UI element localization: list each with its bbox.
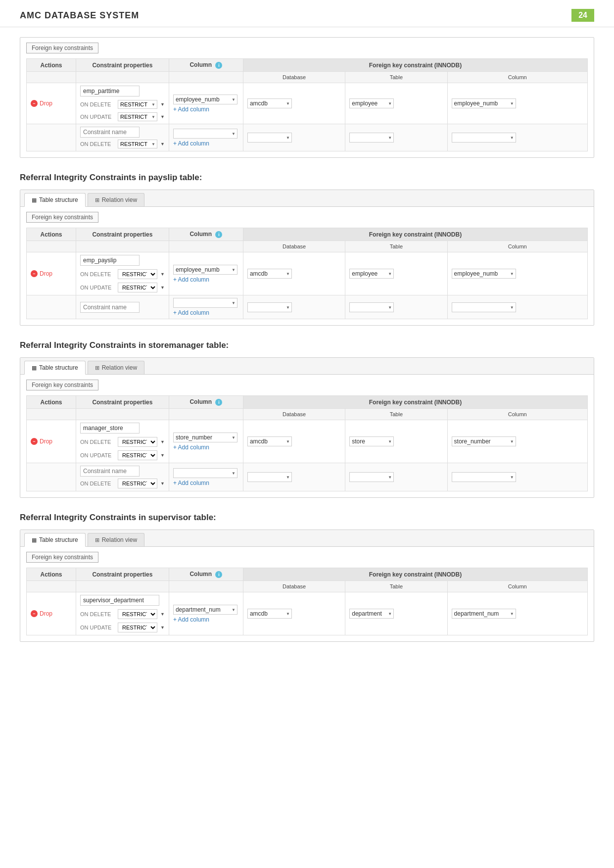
on-delete-select-2[interactable]: RESTRICT <box>118 269 157 279</box>
table-row: ON DELETE RESTRICT ▼ + Add column <box>27 463 588 491</box>
on-delete-row-1: ON DELETE RESTRICT CASCADE SET NULL NO A… <box>80 100 165 109</box>
cell-fktable-2-1: employee <box>345 252 447 295</box>
tab-table-label-4: Table structure <box>39 536 78 543</box>
fk-table-1: Actions Constraint properties Column i F… <box>26 58 588 151</box>
sub-th-2-database: Database <box>243 241 345 252</box>
constraint-name-input-3[interactable] <box>80 423 140 434</box>
sub-th-1-fkcolumn: Column <box>447 72 587 83</box>
panel-section3: ▦ Table structure ⊞ Relation view Foreig… <box>20 357 594 498</box>
drop-button-2[interactable]: − Drop <box>31 269 72 278</box>
fk-table-select-new-1[interactable] <box>349 133 394 143</box>
column-select-2[interactable]: employee_numb <box>173 265 237 275</box>
fk-table-select-3[interactable]: store <box>349 436 394 446</box>
fk-db-select-2[interactable]: amcdb <box>247 269 292 279</box>
column-info-icon-4[interactable]: i <box>215 571 222 578</box>
on-update-select-wrapper-1: RESTRICT CASCADE SET NULL NO ACTION <box>118 112 157 121</box>
column-select-1[interactable]: employee_numb <box>173 95 237 104</box>
table-row: − Drop ON DELETE RESTRICT ▼ <box>27 592 588 635</box>
constraint-name-input-new-1[interactable] <box>80 127 140 138</box>
fk-db-select-new-1[interactable] <box>247 133 292 143</box>
on-delete-arrow-1: ▼ <box>160 102 165 107</box>
cell-actions-2-1: − Drop <box>27 252 76 295</box>
on-update-select-3[interactable]: RESTRICT <box>118 450 157 460</box>
page-title: AMC DATABASE SYSTEM <box>20 10 139 21</box>
table-row: − Drop ON DELETE RESTRICT ▼ <box>27 252 588 295</box>
table-icon-3: ▦ <box>32 365 37 371</box>
on-delete-select-new-1[interactable]: RESTRICT <box>118 140 157 148</box>
add-column-link-1[interactable]: + Add column <box>173 106 209 113</box>
fk-table-select-1[interactable]: employee <box>349 98 394 108</box>
relation-icon-3: ⊞ <box>95 365 99 371</box>
tab-bar-2: ▦ Table structure ⊞ Relation view <box>20 190 594 207</box>
tab-relation-view-2[interactable]: ⊞ Relation view <box>88 193 144 206</box>
fk-col-select-4[interactable]: department_num <box>452 609 516 619</box>
tab-table-structure-4[interactable]: ▦ Table structure <box>24 533 86 547</box>
tab-relation-view-4[interactable]: ⊞ Relation view <box>88 533 144 546</box>
fk-col-new-1 <box>452 133 516 143</box>
tab-table-structure-3[interactable]: ▦ Table structure <box>24 361 86 375</box>
cell-fkdb-1-1: amcdb <box>243 83 345 124</box>
fk-table-select-2[interactable]: employee <box>349 269 394 279</box>
table-icon-4: ▦ <box>32 537 37 543</box>
sub-th-1-database: Database <box>243 72 345 83</box>
constraint-name-input-2[interactable] <box>80 255 140 266</box>
fk-table-2: Actions Constraint properties Column i F… <box>26 228 588 319</box>
constraint-name-input-1[interactable] <box>80 86 140 96</box>
column-info-icon-2[interactable]: i <box>215 231 222 238</box>
fk-db-select-1[interactable]: amcdb <box>247 98 292 108</box>
add-column-link-new-3[interactable]: + Add column <box>173 480 209 486</box>
column-info-icon[interactable]: i <box>215 62 222 69</box>
drop-button-1[interactable]: − Drop <box>31 99 72 108</box>
on-delete-select-new-3[interactable]: RESTRICT <box>118 479 157 488</box>
fk-db-select-new-2[interactable] <box>247 302 292 312</box>
on-delete-select-wrapper-new-1: RESTRICT <box>118 140 157 148</box>
on-update-select-1[interactable]: RESTRICT CASCADE SET NULL NO ACTION <box>118 112 157 121</box>
add-column-link-4[interactable]: + Add column <box>173 616 209 623</box>
fk-table-select-new-3[interactable] <box>349 472 394 482</box>
drop-button-3[interactable]: − Drop <box>31 437 72 446</box>
fk-col-select-2[interactable]: employee_numb <box>452 269 516 279</box>
constraint-name-input-new-3[interactable] <box>80 466 140 477</box>
tab-table-structure-2[interactable]: ▦ Table structure <box>24 193 86 207</box>
fk-col-select-1[interactable]: employee_numb <box>452 98 516 108</box>
on-delete-select-3[interactable]: RESTRICT <box>118 437 157 447</box>
fk-col-select-new-1[interactable] <box>452 133 516 143</box>
fk-col-select-3[interactable]: store_number <box>452 436 516 446</box>
fk-db-select-new-3[interactable] <box>247 472 292 482</box>
panel-section1: Foreign key constraints Actions Constrai… <box>20 37 594 158</box>
column-select-4[interactable]: department_num <box>173 605 237 615</box>
fk-table-select-4[interactable]: department <box>349 609 394 619</box>
add-column-link-2[interactable]: + Add column <box>173 276 209 283</box>
constraint-name-input-new-2[interactable] <box>80 302 140 313</box>
column-select-new-3[interactable] <box>173 468 237 478</box>
fk-db-select-3[interactable]: amcdb <box>247 436 292 446</box>
fk-col-select-wrapper-1: employee_numb <box>452 98 516 108</box>
add-column-link-3[interactable]: + Add column <box>173 444 209 451</box>
column-info-icon-3[interactable]: i <box>215 399 222 406</box>
tab-relation-label-3: Relation view <box>102 364 137 371</box>
fk-col-select-new-2[interactable] <box>452 302 516 312</box>
fk-section4: Foreign key constraints Actions Constrai… <box>20 547 594 641</box>
constraint-name-input-4[interactable] <box>80 595 159 606</box>
tab-table-label-2: Table structure <box>39 196 78 203</box>
drop-label-1: Drop <box>40 100 52 107</box>
on-delete-label-new-1: ON DELETE <box>80 141 115 147</box>
on-update-select-4[interactable]: RESTRICT <box>118 623 157 632</box>
on-delete-select-4[interactable]: RESTRICT <box>118 609 157 619</box>
fk-label-3: Foreign key constraints <box>26 380 98 390</box>
column-select-new-1[interactable] <box>173 129 237 139</box>
column-select-3[interactable]: store_number <box>173 433 237 442</box>
on-update-arrow-1: ▼ <box>160 114 165 119</box>
add-column-link-new-1[interactable]: + Add column <box>173 140 209 147</box>
fk-col-select-new-3[interactable] <box>452 472 516 482</box>
section-heading-4: Referral Integrity Constraints in superv… <box>20 513 594 523</box>
column-select-new-2[interactable] <box>173 298 237 308</box>
on-update-select-2[interactable]: RESTRICT <box>118 283 157 292</box>
tab-relation-view-3[interactable]: ⊞ Relation view <box>88 361 144 374</box>
on-delete-select-1[interactable]: RESTRICT CASCADE SET NULL NO ACTION <box>118 100 157 109</box>
fk-table-select-new-2[interactable] <box>349 302 394 312</box>
drop-button-4[interactable]: − Drop <box>31 609 72 618</box>
fk-db-select-4[interactable]: amcdb <box>247 609 292 619</box>
drop-label-2: Drop <box>40 270 52 277</box>
add-column-link-new-2[interactable]: + Add column <box>173 309 209 316</box>
